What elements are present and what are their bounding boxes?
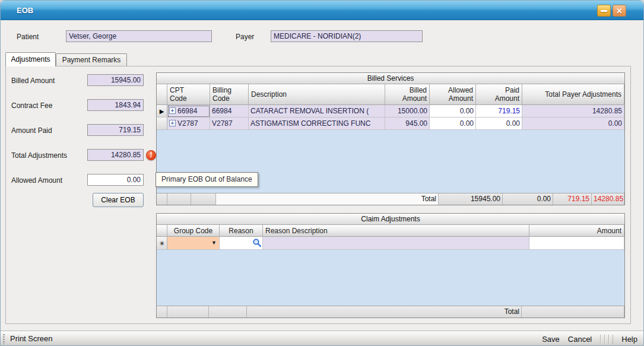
error-icon: ! [146, 150, 156, 160]
save-button[interactable]: Save [542, 332, 560, 346]
column-header-amount: Amount [529, 225, 624, 237]
description-cell: ASTIGMATISM CORRECTING FUNC [249, 118, 385, 130]
column-header-billing-code: Billing Code [210, 84, 249, 105]
column-header-total-payer-adjustments: Total Payer Adjustments [522, 84, 624, 105]
billed-services-footer-row: Total 15945.00 0.00 719.15 14280.85 [157, 193, 624, 205]
footer-cell [167, 306, 209, 318]
table-row: ▶ +66984 66984 CATARACT REMOVAL INSERTIO… [157, 105, 624, 118]
footer-cell [157, 193, 167, 205]
claim-adjustments-empty-area [157, 250, 624, 306]
amount-paid-label: Amount Paid [11, 126, 52, 135]
total-adjustments-label: Total Adjustments [11, 151, 67, 160]
column-header-row-selector [157, 225, 167, 237]
cpt-code-cell[interactable]: +66984 [167, 105, 210, 118]
billed-services-header-row: CPT Code Billing Code Description Billed… [157, 84, 624, 105]
minimize-icon [601, 10, 607, 12]
claim-adjustments-title: Claim Adjustments [157, 214, 624, 225]
title-bar: EOB [1, 1, 643, 20]
contract-fee-field[interactable]: 1843.94 [87, 99, 144, 111]
close-button[interactable]: ✕ [613, 5, 626, 17]
column-header-cpt-code: CPT Code [167, 84, 210, 105]
paid-amount-cell[interactable]: 719.15 [476, 105, 522, 118]
footer-billed-total: 15945.00 [439, 193, 503, 205]
cpt-code-value: 66984 [177, 107, 197, 115]
allowed-amount-cell[interactable]: 0.00 [430, 118, 476, 130]
paid-amount-cell[interactable]: 0.00 [476, 118, 522, 130]
total-adjustments-field[interactable]: 14280.85 [87, 149, 144, 161]
billed-amount-cell: 15000.00 [385, 105, 430, 118]
search-icon[interactable] [252, 238, 262, 250]
column-header-reason: Reason [220, 225, 263, 237]
allowed-amount-field[interactable]: 0.00 [87, 174, 144, 186]
current-row-icon: ▶ [160, 108, 164, 115]
footer-cell [191, 193, 216, 205]
billed-services-title: Billed Services [157, 73, 624, 84]
billed-amount-cell: 945.00 [385, 118, 430, 130]
eob-dialog: EOB ✕ Patient Vetser, George Payer MEDIC… [0, 0, 644, 346]
reason-description-field[interactable] [263, 237, 529, 250]
claim-adjustments-footer-row: Total [157, 306, 624, 318]
amount-paid-field[interactable]: 719.15 [87, 124, 144, 136]
row-selector[interactable] [157, 118, 167, 130]
help-button[interactable]: Help [621, 332, 637, 346]
minimize-button[interactable] [597, 5, 611, 17]
total-payer-adjustments-cell: 14280.85 [522, 105, 624, 118]
new-row-selector[interactable]: ✳ [157, 237, 167, 250]
column-header-row-selector [157, 84, 167, 105]
footer-paid-total: 719.15 [553, 193, 592, 205]
payer-field[interactable]: MEDICARE - NORIDIAN(2) [271, 30, 423, 42]
expand-icon[interactable]: + [169, 120, 176, 126]
allowed-amount-label: Allowed Amount [11, 176, 62, 185]
column-header-group-code: Group Code [167, 225, 220, 237]
new-adjustment-row: ✳ ▼ [157, 237, 624, 250]
description-cell: CATARACT REMOVAL INSERTION ( [249, 105, 385, 118]
footer-cell [209, 306, 247, 318]
footer-total-label: Total [247, 306, 522, 318]
payer-label: Payer [236, 33, 254, 41]
clear-eob-button[interactable]: Clear EOB [93, 193, 144, 207]
billed-amount-label: Billed Amount [11, 77, 55, 85]
adjustment-amount-field[interactable] [529, 237, 624, 250]
column-header-allowed-amount: Allowed Amount [430, 84, 476, 105]
column-header-description: Description [249, 84, 385, 105]
reason-field[interactable] [220, 237, 263, 250]
statusbar-separator-grip[interactable] [600, 335, 613, 344]
cpt-code-value: V2787 [177, 119, 198, 128]
dropdown-icon[interactable]: ▼ [211, 237, 217, 249]
table-row: +V2787 V2787 ASTIGMATISM CORRECTING FUNC… [157, 118, 624, 130]
allowed-amount-cell[interactable]: 0.00 [430, 105, 476, 118]
group-code-dropdown[interactable]: ▼ [167, 237, 220, 250]
tab-payment-remarks[interactable]: Payment Remarks [56, 53, 127, 66]
print-screen-button[interactable]: Print Screen [10, 331, 53, 346]
cancel-button[interactable]: Cancel [568, 332, 592, 346]
tab-adjustments[interactable]: Adjustments [5, 52, 56, 66]
total-payer-adjustments-cell: 0.00 [522, 118, 624, 130]
column-header-billed-amount: Billed Amount [385, 84, 430, 105]
close-icon: ✕ [616, 7, 623, 15]
footer-total-label: Total [216, 193, 439, 205]
patient-label: Patient [17, 33, 39, 41]
footer-adjustments-total: 14280.85 [592, 193, 624, 205]
row-selector[interactable]: ▶ [157, 105, 167, 118]
footer-allowed-total: 0.00 [503, 193, 553, 205]
out-of-balance-tooltip: Primary EOB Out of Balance [156, 172, 258, 187]
column-header-paid-amount: Paid Amount [476, 84, 522, 105]
claim-adjustments-grid: Claim Adjustments Group Code Reason Reas… [156, 213, 625, 318]
cpt-code-cell[interactable]: +V2787 [167, 118, 210, 130]
billed-amount-field[interactable]: 15945.00 [87, 74, 144, 86]
billing-code-cell: V2787 [210, 118, 249, 130]
footer-cell [167, 193, 191, 205]
footer-amount-total [522, 306, 624, 318]
contract-fee-label: Contract Fee [11, 101, 52, 110]
status-bar: Print Screen Save Cancel Help [1, 331, 643, 346]
new-row-icon: ✳ [159, 240, 164, 247]
patient-field[interactable]: Vetser, George [66, 30, 212, 42]
expand-icon[interactable]: + [169, 107, 176, 114]
column-header-reason-description: Reason Description [263, 225, 529, 237]
billing-code-cell: 66984 [210, 105, 249, 118]
footer-cell [157, 306, 167, 318]
claim-adjustments-header-row: Group Code Reason Reason Description Amo… [157, 225, 624, 237]
statusbar-grip[interactable] [3, 334, 5, 344]
window-title: EOB [17, 1, 33, 20]
